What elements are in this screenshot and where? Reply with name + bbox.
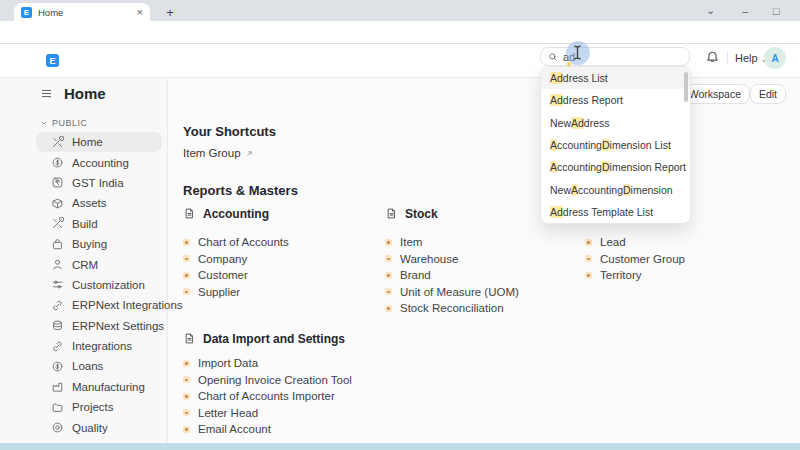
report-link-customer-group[interactable]: Customer Group [585, 251, 787, 268]
sidebar-item-home[interactable]: Home [36, 132, 162, 152]
report-link-unit-of-measure-uom[interactable]: Unit of Measure (UOM) [385, 284, 585, 301]
sidebar-item-label: GST India [72, 177, 124, 189]
matched-text: D [602, 161, 610, 173]
person-icon [51, 258, 64, 271]
suggestion-text: dress Report [563, 94, 623, 106]
factory-icon [51, 380, 64, 393]
sidebar-item-label: Projects [72, 401, 114, 413]
suggestion-text: ccounting [557, 139, 602, 151]
report-link-company[interactable]: Company [183, 251, 385, 268]
sidebar-item-crm[interactable]: CRM [36, 254, 162, 274]
page-title: Home [64, 85, 106, 102]
report-link-letter-head[interactable]: Letter Head [183, 405, 352, 422]
edit-button[interactable]: Edit [750, 84, 786, 104]
sidebar-item-projects[interactable]: Projects [36, 397, 162, 417]
report-link-import-data[interactable]: Import Data [183, 355, 352, 372]
report-link-label: Company [198, 253, 247, 265]
sidebar-toggle-icon[interactable] [40, 88, 53, 99]
sidebar-item-label: Assets [72, 197, 107, 209]
suggestion-text: ccounting [557, 161, 602, 173]
report-link-label: Brand [400, 269, 431, 281]
sidebar-item-erpnext-settings[interactable]: ERPNext Settings [36, 316, 162, 336]
report-link-supplier[interactable]: Supplier [183, 284, 385, 301]
folder-icon [51, 401, 64, 414]
bullet-icon [385, 272, 392, 279]
erpnext-logo[interactable]: E [46, 54, 59, 67]
bottom-strip [0, 443, 800, 450]
global-search-input[interactable]: ad [540, 47, 690, 66]
sidebar-item-quality[interactable]: Quality [36, 417, 162, 437]
report-link-territory[interactable]: Territory [585, 267, 787, 284]
search-icon [548, 52, 558, 62]
window-maximize-icon[interactable]: □ [773, 0, 780, 21]
tab-close-icon[interactable]: × [137, 7, 143, 18]
new-tab-button[interactable]: + [160, 3, 180, 21]
sidebar-item-erpnext-integrations[interactable]: ERPNext Integrations [36, 295, 162, 315]
chevron-down-icon [40, 119, 48, 127]
help-menu[interactable]: Help ⌄ [735, 52, 767, 64]
sidebar-item-buying[interactable]: Buying [36, 234, 162, 254]
sidebar-item-accounting[interactable]: Accounting [36, 152, 162, 172]
sidebar-item-integrations[interactable]: Integrations [36, 336, 162, 356]
text-cursor-icon [572, 44, 583, 61]
report-link-opening-invoice-creation-tool[interactable]: Opening Invoice Creation Tool [183, 372, 352, 389]
report-link-item[interactable]: Item [385, 234, 585, 251]
report-link-stock-reconciliation[interactable]: Stock Reconciliation [385, 300, 585, 317]
link-icon [51, 340, 64, 353]
search-suggestion-new-accounting-dimension[interactable]: New Accounting Dimension [541, 178, 690, 200]
report-link-chart-of-accounts[interactable]: Chart of Accounts [183, 234, 385, 251]
sidebar-item-label: ERPNext Settings [72, 320, 164, 332]
sidebar-item-assets[interactable]: Assets [36, 193, 162, 213]
report-link-lead[interactable]: Lead [585, 234, 787, 251]
window-menu-icon[interactable]: ⌄ [706, 0, 715, 21]
sidebar-item-loans[interactable]: Loans [36, 356, 162, 376]
notification-bell-icon[interactable] [705, 50, 720, 65]
search-suggestion-accounting-dimension-report[interactable]: Accounting Dimension Report [541, 156, 690, 178]
matched-text: Ad [550, 72, 563, 84]
sidebar-divider [167, 78, 168, 443]
column-header-label: Stock [405, 207, 438, 221]
matched-text: Ad [571, 117, 584, 129]
search-suggestion-accounting-dimension-list[interactable]: Accounting Dimension List [541, 134, 690, 156]
sidebar-item-customization[interactable]: Customization [36, 275, 162, 295]
bullet-icon [385, 255, 392, 262]
search-suggestion-address-template-list[interactable]: Address Template List [541, 201, 690, 223]
window-minimize-icon[interactable]: – [742, 0, 748, 21]
file-icon [385, 207, 398, 220]
search-suggestion-new-address[interactable]: New Address [541, 112, 690, 134]
reports-masters-heading: Reports & Masters [183, 183, 298, 198]
suggestion-text: dress Template List [563, 206, 653, 218]
dropdown-scrollbar[interactable] [684, 72, 688, 102]
search-suggestion-address-list[interactable]: Address List [541, 67, 690, 89]
sidebar-item-manufacturing[interactable]: Manufacturing [36, 377, 162, 397]
bullet-icon [183, 288, 190, 295]
sidebar-item-gst-india[interactable]: GST India [36, 173, 162, 193]
user-avatar[interactable]: A [764, 47, 786, 69]
search-suggestions-dropdown: Address ListAddress ReportNew AddressAcc… [540, 66, 691, 224]
bullet-icon [183, 426, 190, 433]
browser-tab-home[interactable]: E Home × [14, 3, 150, 21]
sidebar-item-label: CRM [72, 259, 98, 271]
click-sparkle-icon [565, 60, 573, 68]
suggestion-text: imension List [610, 139, 671, 151]
report-link-email-account[interactable]: Email Account [183, 421, 352, 438]
report-link-label: Territory [600, 269, 642, 281]
suggestion-text: New [550, 184, 571, 196]
report-link-chart-of-accounts-importer[interactable]: Chart of Accounts Importer [183, 388, 352, 405]
search-suggestion-address-report[interactable]: Address Report [541, 89, 690, 111]
report-link-label: Chart of Accounts Importer [198, 390, 335, 402]
report-link-warehouse[interactable]: Warehouse [385, 251, 585, 268]
sidebar-section-public[interactable]: PUBLIC [40, 118, 88, 128]
sidebar-item-build[interactable]: Build [36, 214, 162, 234]
report-link-customer[interactable]: Customer [183, 267, 385, 284]
bullet-icon [183, 376, 190, 383]
report-link-brand[interactable]: Brand [385, 267, 585, 284]
bullet-icon [385, 305, 392, 312]
coin-icon [51, 360, 64, 373]
matched-text: Ad [550, 94, 563, 106]
shortcut-item-group[interactable]: Item Group [183, 147, 254, 159]
report-link-label: Letter Head [198, 407, 258, 419]
report-link-label: Unit of Measure (UOM) [400, 286, 519, 298]
suggestion-text: ccounting [578, 184, 623, 196]
bullet-icon [385, 288, 392, 295]
